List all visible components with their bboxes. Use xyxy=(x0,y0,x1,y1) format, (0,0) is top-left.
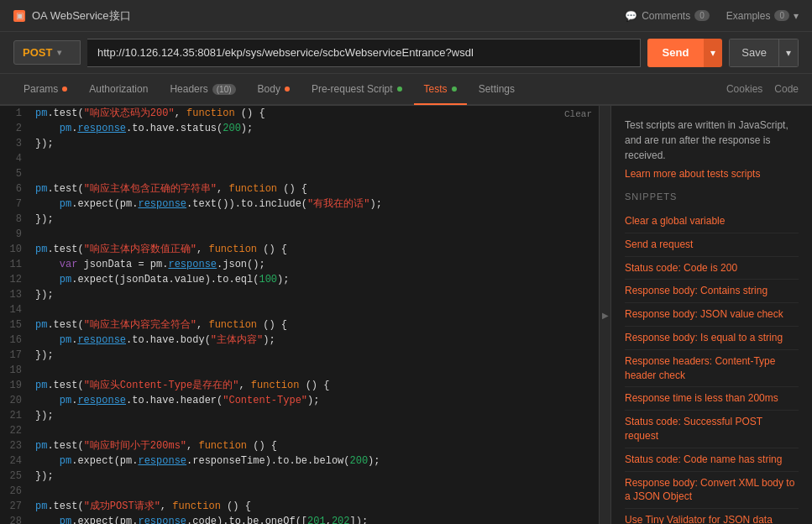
body-dot xyxy=(285,86,290,92)
tab-tests-label: Tests xyxy=(424,83,448,95)
snippet-item[interactable]: Response time is less than 200ms xyxy=(625,387,799,411)
title-bar: ▣ OA WebService接口 💬 Comments 0 Examples … xyxy=(0,0,812,32)
code-line-15: 15 pm.test("响应主体内容完全符合", function () { xyxy=(0,317,599,333)
tab-tests[interactable]: Tests xyxy=(414,75,467,105)
app-icon: ▣ xyxy=(13,10,25,22)
examples-badge: 0 xyxy=(774,10,789,21)
right-panel: Test scripts are written in JavaScript, … xyxy=(610,106,812,524)
code-line-8: 8 }); xyxy=(0,212,599,227)
learn-more-link[interactable]: Learn more about tests scripts xyxy=(625,168,799,180)
send-button[interactable]: Send xyxy=(647,39,705,67)
examples-section[interactable]: Examples 0 ▾ xyxy=(726,10,799,22)
snippet-item[interactable]: Status code: Code name has string xyxy=(625,448,799,472)
tab-body-label: Body xyxy=(258,83,280,95)
code-line-3: 3 }); xyxy=(0,136,599,151)
code-line-13: 13 }); xyxy=(0,287,599,302)
code-link[interactable]: Code xyxy=(774,83,799,95)
snippets-label: SNIPPETS xyxy=(625,191,799,202)
tabs-left: Params Authorization Headers (10) Body P… xyxy=(13,74,525,104)
code-line-5: 5 xyxy=(0,166,599,181)
title-bar-right: 💬 Comments 0 Examples 0 ▾ xyxy=(625,10,799,22)
snippet-item[interactable]: Status code: Successful POST request xyxy=(625,411,799,448)
code-line-11: 11 var jsonData = pm.response.json(); xyxy=(0,257,599,272)
url-input[interactable] xyxy=(87,39,641,67)
code-line-19: 19 pm.test("响应头Content-Type是存在的", functi… xyxy=(0,378,599,393)
tab-params[interactable]: Params xyxy=(13,75,77,105)
snippet-item[interactable]: Use Tiny Validator for JSON data xyxy=(625,509,799,524)
code-line-26: 26 xyxy=(0,484,599,499)
params-dot xyxy=(62,86,67,92)
tab-authorization[interactable]: Authorization xyxy=(79,75,158,105)
save-dropdown-button[interactable]: ▾ xyxy=(779,39,799,67)
code-line-1: 1 pm.test("响应状态码为200", function () { xyxy=(0,106,599,121)
method-label: POST xyxy=(23,46,52,59)
code-line-4: 4 xyxy=(0,151,599,166)
tests-dot xyxy=(452,86,457,92)
tab-authorization-label: Authorization xyxy=(89,83,148,95)
main-content: Clear 1 pm.test("响应状态码为200", function ()… xyxy=(0,106,812,524)
code-line-24: 24 pm.expect(pm.response.responseTime).t… xyxy=(0,453,599,469)
comments-label: Comments xyxy=(642,10,690,22)
code-line-7: 7 pm.expect(pm.response.text()).to.inclu… xyxy=(0,196,599,212)
tab-headers[interactable]: Headers (10) xyxy=(160,75,245,105)
panel-toggle-button[interactable]: ▶ xyxy=(599,106,610,524)
comment-icon: 💬 xyxy=(625,10,637,22)
tab-prerequest-label: Pre-request Script xyxy=(312,83,393,95)
send-dropdown-button[interactable]: ▾ xyxy=(704,39,722,67)
snippet-item[interactable]: Status code: Code is 200 xyxy=(625,257,799,280)
tabs-bar: Params Authorization Headers (10) Body P… xyxy=(0,74,812,106)
examples-dropdown-icon: ▾ xyxy=(794,10,799,22)
code-line-28: 28 pm.expect(pm.response.code).to.be.one… xyxy=(0,514,599,524)
code-line-12: 12 pm.expect(jsonData.value).to.eql(100)… xyxy=(0,272,599,287)
code-line-6: 6 pm.test("响应主体包含正确的字符串", function () { xyxy=(0,181,599,196)
method-dropdown-arrow: ▾ xyxy=(57,48,61,57)
tab-prerequest[interactable]: Pre-request Script xyxy=(301,75,412,105)
send-button-group: Send ▾ xyxy=(647,39,723,67)
code-line-18: 18 xyxy=(0,363,599,378)
code-editor[interactable]: Clear 1 pm.test("响应状态码为200", function ()… xyxy=(0,106,599,524)
tab-headers-label: Headers xyxy=(170,83,207,95)
code-line-27: 27 pm.test("成功POST请求", function () { xyxy=(0,499,599,514)
title-bar-left: ▣ OA WebService接口 xyxy=(13,8,131,24)
headers-badge: (10) xyxy=(212,84,236,95)
snippet-item[interactable]: Response body: Contains string xyxy=(625,280,799,303)
save-button-group: Save ▾ xyxy=(729,39,799,67)
prerequest-dot xyxy=(397,86,402,92)
code-line-20: 20 pm.response.to.have.header("Content-T… xyxy=(0,393,599,408)
window-title: OA WebService接口 xyxy=(32,8,131,24)
tab-settings-label: Settings xyxy=(479,83,515,95)
snippet-item[interactable]: Response body: JSON value check xyxy=(625,303,799,327)
cookies-link[interactable]: Cookies xyxy=(726,83,762,95)
tab-settings[interactable]: Settings xyxy=(469,75,525,105)
url-bar: POST ▾ Send ▾ Save ▾ xyxy=(0,32,812,74)
tab-body[interactable]: Body xyxy=(248,75,300,105)
code-line-2: 2 pm.response.to.have.status(200); xyxy=(0,121,599,136)
code-line-16: 16 pm.response.to.have.body("主体内容"); xyxy=(0,333,599,348)
save-button[interactable]: Save xyxy=(729,39,779,67)
tabs-right: Cookies Code xyxy=(726,83,799,95)
snippet-item[interactable]: Clear a global variable xyxy=(625,210,799,233)
code-line-21: 21 }); xyxy=(0,408,599,423)
snippet-item[interactable]: Response body: Is equal to a string xyxy=(625,327,799,350)
code-line-25: 25 }); xyxy=(0,469,599,484)
code-line-9: 9 xyxy=(0,227,599,242)
code-line-23: 23 pm.test("响应时间小于200ms", function () { xyxy=(0,438,599,453)
snippet-item[interactable]: Send a request xyxy=(625,233,799,257)
examples-label: Examples xyxy=(726,10,771,22)
snippet-item[interactable]: Response headers: Content-Type header ch… xyxy=(625,350,799,388)
comments-badge: 0 xyxy=(694,10,710,21)
panel-toggle-icon: ▶ xyxy=(602,311,609,320)
clear-button[interactable]: Clear xyxy=(564,109,592,119)
tab-params-label: Params xyxy=(24,83,58,95)
snippet-item[interactable]: Response body: Convert XML body to a JSO… xyxy=(625,472,799,510)
comments-section[interactable]: 💬 Comments 0 xyxy=(625,10,710,22)
code-line-10: 10 pm.test("响应主体内容数值正确", function () { xyxy=(0,242,599,257)
code-line-17: 17 }); xyxy=(0,348,599,363)
snippets-list: Clear a global variableSend a requestSta… xyxy=(625,210,799,524)
method-selector[interactable]: POST ▾ xyxy=(13,40,81,65)
code-line-22: 22 xyxy=(0,423,599,438)
code-line-14: 14 xyxy=(0,302,599,317)
right-panel-description: Test scripts are written in JavaScript, … xyxy=(625,118,799,163)
